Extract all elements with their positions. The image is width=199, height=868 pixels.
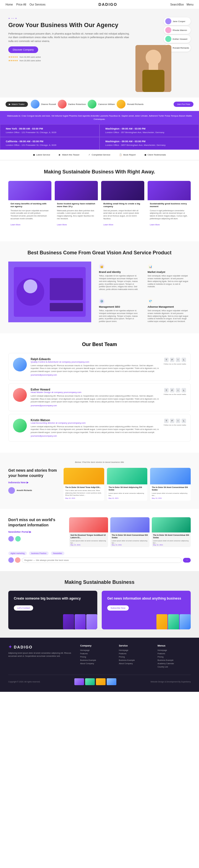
news-card-title-1: The In Dolor Sit Amet Tenar Adipi Elit..… <box>65 486 103 489</box>
footer-service-item-1[interactable]: Homepage <box>119 649 152 651</box>
newsletter-accent[interactable]: Newsletter Portal ▶ <box>8 530 31 533</box>
cta-mini-img-5 <box>168 614 179 629</box>
nav-right: SearchBox Menu <box>170 3 194 6</box>
footer-service-item-3[interactable]: Pricing <box>119 656 152 658</box>
footer-item-5[interactable]: About Company <box>80 662 113 664</box>
follow-text-1: Follow me on the social media <box>164 363 186 365</box>
newsletter-img-3 <box>152 517 191 532</box>
linkedin-icon-3[interactable]: L <box>181 419 186 423</box>
nav-services[interactable]: Our Services <box>30 3 46 6</box>
cta-card-1: Create someone big business with agency … <box>8 591 97 629</box>
learn-more-3[interactable]: Learn More <box>103 224 113 226</box>
office-wa1-city: Washington - 09:00 AM - 03:00 PM <box>105 127 193 130</box>
newsletter-input[interactable] <box>22 558 181 563</box>
newsletter-card-desc-1: Lorem ipsum dolor sit amet consectur adi… <box>70 539 107 544</box>
newsletter-content-2: The In Dolor Sit Amet Consectetuar Elit … <box>110 532 149 547</box>
learn-more-2[interactable]: Learn More <box>57 224 67 226</box>
footer-menu-item-1[interactable]: Homepage <box>158 649 191 651</box>
office-ca-city: California - 09:00 AM - 03:00 PM <box>6 140 94 143</box>
feature-brand-title: Brand and Identity <box>99 271 140 273</box>
instagram-icon-3[interactable]: I <box>176 419 180 423</box>
facebook-icon-2[interactable]: F <box>170 388 174 393</box>
facebook-icon-1[interactable]: F <box>170 358 174 362</box>
footer-item-1[interactable]: Homepage <box>80 649 113 651</box>
newsletter-content-1: Sed Do Eiusmod Tempor Incidibunt Ut Labo… <box>69 532 108 547</box>
cta-card-2-button[interactable]: Subscribe Now <box>107 606 129 611</box>
vision-title: Best Business Come From Great Vision And… <box>8 250 191 256</box>
news-accent[interactable]: Indonesia New ▶ <box>8 481 28 484</box>
tag-newsletter[interactable]: Newsletter <box>51 552 64 555</box>
office-wa1-address: London Office - 357 Birmingham Ave, Manc… <box>105 131 193 134</box>
card-title-3: Building small thing to create a big com… <box>103 203 142 208</box>
feature-adsense-title: Adsense Management <box>148 305 189 308</box>
footer-menu-item-2[interactable]: Features <box>158 653 191 654</box>
newsletter-card-title-2: The In Dolor Sit Amet Consectetuar Elit … <box>112 534 148 539</box>
tab-latest-service[interactable]: Latest Service <box>31 152 53 157</box>
footer-col-menus: Menus Homepage Features Pricing Business… <box>158 644 191 669</box>
linkedin-icon-2[interactable]: L <box>181 388 186 393</box>
watch-trailer-button[interactable]: ▶Watch Trailer <box>5 102 28 107</box>
footer-item-2[interactable]: Features <box>80 653 113 654</box>
team-member-name-3: Cameron William <box>98 103 115 105</box>
footer-service-item-5[interactable]: About Company <box>119 662 152 664</box>
nav-home[interactable]: Home <box>5 3 13 6</box>
footer-menu-item-4[interactable]: Business Example <box>158 659 191 661</box>
news-date-1: May 10, 2021 <box>65 497 103 499</box>
tab-watch-teaser[interactable]: ▶ Watch this Teaser <box>57 152 82 157</box>
member-name-3: Kristin Watson <box>31 419 160 422</box>
facebook-icon-3[interactable]: F <box>170 419 174 423</box>
instagram-icon-1[interactable]: I <box>176 358 180 362</box>
news-card-title-2: The In Dolor Sit Amet Adipiscing Elit So… <box>109 486 146 491</box>
newsletter-card-desc-3: Lorem ipsum dolor sit amet consectur adi… <box>153 539 189 544</box>
twitter-icon-2[interactable]: T <box>164 388 169 393</box>
newsletter-title: Don't miss out on world's important info… <box>8 517 63 527</box>
twitter-icon-3[interactable]: T <box>164 419 169 423</box>
tab-label-3: Completed Service <box>92 154 111 156</box>
footer-col-menus-title: Menus <box>158 644 191 647</box>
learn-more-4[interactable]: Learn More <box>150 224 160 226</box>
menu-icon[interactable]: Menu <box>187 3 194 6</box>
tab-completed-service[interactable]: ✓ Completed Service <box>86 152 113 157</box>
footer-brand: ✦ DADIGO Adipiscing lorem ipsum dolor si… <box>8 644 75 669</box>
footer-menu-item-3[interactable]: Pricing <box>158 656 191 658</box>
tag-business[interactable]: business Practice <box>29 552 49 555</box>
avatar-row-3: Esther Howard <box>164 35 191 43</box>
newsletter-avatar-2 <box>15 536 21 541</box>
learn-more-1[interactable]: Learn More <box>10 224 21 226</box>
tab-book-report[interactable]: 📋 Book Report <box>117 152 138 157</box>
avatar-name-2: Rhoda Warren <box>173 29 187 31</box>
footer-item-3[interactable]: Pricing <box>80 656 113 658</box>
newsletter-submit-button[interactable]: → <box>183 558 191 563</box>
member-avatar-1 <box>13 358 27 371</box>
cta-card-1-button[interactable]: Let's Contact <box>14 606 33 611</box>
hero-content: ✦ ── ✦ Grow Your Business With Our Agenc… <box>8 18 130 92</box>
avatar-2 <box>165 27 171 33</box>
tag-digital[interactable]: digital marketing <box>8 552 27 555</box>
footer-menu-item-6[interactable]: Country List <box>158 666 191 668</box>
tab-testimonials[interactable]: Client Testimonials <box>142 152 168 157</box>
news-card-content-1: The In Dolor Sit Amet Tenar Adipi Elit..… <box>63 485 104 500</box>
footer-thumb-4 <box>107 678 116 685</box>
cta-mini-img-1 <box>63 614 74 629</box>
footer-menu-item-5[interactable]: Academy Calendar <box>158 662 191 664</box>
cta-mini-img-4 <box>157 614 168 629</box>
footer-service-item-2[interactable]: Features <box>119 653 152 654</box>
twitter-icon-1[interactable]: T <box>164 358 169 362</box>
news-title: Get news and stories from your home coun… <box>8 468 58 478</box>
vision-section: Best Business Come From Great Vision And… <box>0 241 199 333</box>
search-icon[interactable]: SearchBox <box>170 3 184 6</box>
discover-button[interactable]: Discover Company <box>8 46 38 53</box>
footer-service-item-4[interactable]: Business Example <box>119 659 152 661</box>
news-img-1 <box>63 468 104 485</box>
instagram-icon-2[interactable]: I <box>176 388 180 393</box>
footer-item-4[interactable]: Business Example <box>80 659 113 661</box>
feature-seo: ⚙️ Management SEO Tellus, vulputate id n… <box>97 296 142 325</box>
join-button[interactable]: Join For Free <box>174 102 194 107</box>
news-img-2 <box>107 468 148 485</box>
nav-price[interactable]: Price All <box>16 3 26 6</box>
footer-col-company-title: Company <box>80 644 113 647</box>
newsletter-date-2: May 10, 2021 <box>112 544 148 546</box>
svg-rect-9 <box>50 303 83 311</box>
market-icon: 📊 <box>148 264 153 269</box>
linkedin-icon-1[interactable]: L <box>181 358 186 362</box>
